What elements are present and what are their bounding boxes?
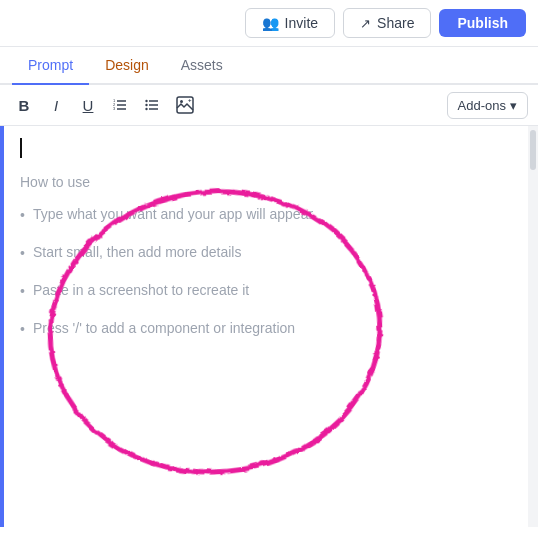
bullet-icon: • bbox=[20, 319, 25, 340]
list-item: • Paste in a screenshot to recreate it bbox=[20, 280, 512, 302]
tab-assets[interactable]: Assets bbox=[165, 47, 239, 85]
tabs-bar: Prompt Design Assets bbox=[0, 47, 538, 85]
cursor-line bbox=[20, 138, 512, 158]
tab-prompt[interactable]: Prompt bbox=[12, 47, 89, 85]
tab-design[interactable]: Design bbox=[89, 47, 165, 85]
list-item: • Start small, then add more details bbox=[20, 242, 512, 264]
bullet-icon: • bbox=[20, 243, 25, 264]
bold-button[interactable]: B bbox=[10, 91, 38, 119]
placeholder-item-text: Press '/' to add a component or integrat… bbox=[33, 318, 295, 339]
svg-point-13 bbox=[180, 100, 183, 103]
placeholder-item-text: Start small, then add more details bbox=[33, 242, 242, 263]
bullet-icon: • bbox=[20, 205, 25, 226]
unordered-list-icon bbox=[144, 97, 160, 113]
svg-point-8 bbox=[145, 108, 147, 110]
italic-button[interactable]: I bbox=[42, 91, 70, 119]
editor-container: How to use • Type what you want and your… bbox=[0, 126, 538, 527]
scrollbar-track[interactable] bbox=[528, 126, 538, 527]
underline-button[interactable]: U bbox=[74, 91, 102, 119]
share-button[interactable]: ↗ Share bbox=[343, 8, 431, 38]
ordered-list-icon: 1 2 3 bbox=[112, 97, 128, 113]
placeholder-heading: How to use bbox=[20, 174, 512, 190]
bullet-icon: • bbox=[20, 281, 25, 302]
list-item: • Press '/' to add a component or integr… bbox=[20, 318, 512, 340]
share-icon: ↗ bbox=[360, 16, 371, 31]
invite-label: Invite bbox=[285, 15, 318, 31]
addons-button[interactable]: Add-ons ▾ bbox=[447, 92, 528, 119]
svg-point-6 bbox=[145, 100, 147, 102]
publish-button[interactable]: Publish bbox=[439, 9, 526, 37]
svg-text:+: + bbox=[188, 97, 192, 103]
placeholder-item-text: Type what you want and your app will app… bbox=[33, 204, 313, 225]
invite-button[interactable]: 👥 Invite bbox=[245, 8, 335, 38]
placeholder-item-text: Paste in a screenshot to recreate it bbox=[33, 280, 249, 301]
svg-point-7 bbox=[145, 104, 147, 106]
users-icon: 👥 bbox=[262, 15, 279, 31]
placeholder-content: How to use • Type what you want and your… bbox=[20, 174, 512, 340]
unordered-list-button[interactable] bbox=[138, 91, 166, 119]
addons-label: Add-ons bbox=[458, 98, 506, 113]
ordered-list-button[interactable]: 1 2 3 bbox=[106, 91, 134, 119]
publish-label: Publish bbox=[457, 15, 508, 31]
toolbar-left: B I U 1 2 3 bbox=[10, 91, 200, 119]
formatting-toolbar: B I U 1 2 3 bbox=[0, 85, 538, 126]
scrollbar-thumb[interactable] bbox=[530, 130, 536, 170]
share-label: Share bbox=[377, 15, 414, 31]
text-cursor bbox=[20, 138, 22, 158]
editor-area[interactable]: How to use • Type what you want and your… bbox=[4, 126, 528, 527]
top-bar: 👥 Invite ↗ Share Publish bbox=[0, 0, 538, 47]
list-item: • Type what you want and your app will a… bbox=[20, 204, 512, 226]
svg-text:3: 3 bbox=[113, 106, 116, 111]
addons-chevron-icon: ▾ bbox=[510, 98, 517, 113]
image-button[interactable]: + bbox=[170, 91, 200, 119]
image-icon: + bbox=[176, 96, 194, 114]
